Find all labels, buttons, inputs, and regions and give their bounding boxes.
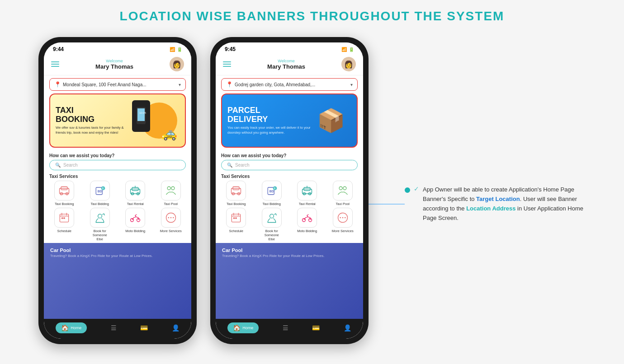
svg-point-52: [269, 214, 274, 218]
svg-point-45: [343, 187, 346, 190]
moto-bidding-label-2: Moto Bidding: [297, 229, 317, 233]
phone-1-status-bar: 9:44 📶 🔋: [44, 42, 191, 54]
phone-1-bottom-nav: 🏠 Home ☰ 💳 👤: [44, 319, 191, 339]
svg-rect-23: [64, 217, 66, 219]
taxi-rental-icon: [125, 181, 145, 201]
phone-1-assist-label: How can we assist you today?: [49, 153, 186, 158]
search-icon: 🔍: [55, 163, 61, 168]
carpool-desc-2: Traveling? Book a KingX Pro Ride for you…: [222, 254, 357, 258]
svg-text:$: $: [274, 187, 275, 190]
welcome-text: Welcome: [95, 59, 133, 63]
user-avatar[interactable]: 👩: [170, 57, 184, 71]
page-title: LOCATION WISE BANNERS THROUGHOUT THE SYS…: [120, 9, 505, 23]
service-taxi-pool[interactable]: Taxi Pool: [154, 181, 188, 206]
home-label: Home: [71, 326, 81, 330]
service-taxi-bidding[interactable]: BD $ Taxi Bidding: [83, 181, 117, 206]
phone-2-carpool: Car Pool Traveling? Book a KingX Pro Rid…: [216, 243, 363, 319]
location-text-2: Godrej garden city, Gota, Ahmedabad,...: [235, 82, 315, 87]
taxi-booking-icon: [54, 181, 74, 201]
phones-desc-container: 9:44 📶 🔋 Welcome Mary Thomas: [38, 37, 586, 344]
nav-list-2[interactable]: ☰: [283, 324, 288, 331]
nav-profile[interactable]: 👤: [172, 324, 180, 331]
parcel-banner-text: PARCELDELIVERY You can easily track your…: [227, 106, 311, 135]
search-text-2: Search: [235, 163, 250, 168]
phone-1-services-grid-2: Schedule Book for Someone Else: [44, 208, 191, 241]
phone-2-location-bar[interactable]: 📍 Godrej garden city, Gota, Ahmedabad,..…: [221, 78, 358, 91]
phone-1-services-label: Taxi Services: [49, 174, 186, 179]
taxi-bidding-label: Taxi Bidding: [91, 202, 109, 206]
phone-1-header: Welcome Mary Thomas 👩: [44, 54, 191, 75]
svg-point-56: [340, 217, 341, 219]
phone-1-services-grid-1: Taxi Booking BD $ Taxi: [44, 181, 191, 206]
location-left: 📍 Mondeal Square, 100 Feet Anand Naga...: [54, 81, 147, 88]
user-avatar-2[interactable]: 👩: [341, 57, 356, 71]
service-schedule[interactable]: Schedule: [47, 208, 81, 241]
phone-illus: 10:05: [132, 100, 150, 132]
service-taxi-pool-2[interactable]: Taxi Pool: [326, 181, 360, 206]
phone-1-location-bar[interactable]: 📍 Mondeal Square, 100 Feet Anand Naga...…: [49, 78, 186, 91]
phone-2-search-bar[interactable]: 🔍 Search: [221, 160, 358, 170]
service-book-someone[interactable]: Book for Someone Else: [83, 208, 117, 241]
svg-point-29: [170, 217, 171, 219]
chevron-down-icon: ▾: [179, 82, 181, 87]
hamburger-menu-2[interactable]: [223, 61, 231, 67]
svg-text:10:05: 10:05: [139, 112, 147, 114]
taxi-booking-label: Taxi Booking: [55, 202, 74, 206]
service-moto-bidding[interactable]: Moto Bidding: [118, 208, 152, 241]
parcel-banner-desc: You can easily track your order, we will…: [227, 126, 311, 135]
banner-desc: We offer suv & luxuries taxis for your f…: [56, 126, 130, 135]
phone-2-inner: 9:45 📶 🔋 Welcome Mary Thomas: [216, 42, 363, 339]
book-someone-label-2: Book for Someone Else: [262, 229, 282, 241]
nav-home[interactable]: 🏠 Home: [56, 322, 87, 333]
schedule-label-2: Schedule: [229, 229, 243, 233]
nav-profile-2[interactable]: 👤: [344, 324, 351, 331]
nav-home-2[interactable]: 🏠 Home: [227, 322, 259, 333]
service-book-someone-2[interactable]: Book for Someone Else: [255, 208, 289, 241]
taxi-rental-label: Taxi Rental: [127, 202, 144, 206]
service-taxi-rental[interactable]: Taxi Rental: [118, 181, 152, 206]
service-taxi-booking[interactable]: Taxi Booking: [47, 181, 81, 206]
service-taxi-bidding-2[interactable]: BD $ Taxi Bidding: [255, 181, 289, 206]
hamburger-menu[interactable]: [51, 61, 59, 67]
taxi-pool-icon-2: [333, 181, 353, 201]
phone-2-banner: PARCELDELIVERY You can easily track your…: [221, 93, 358, 148]
moto-bidding-icon-2: [297, 208, 317, 228]
service-taxi-rental-2[interactable]: Taxi Rental: [290, 181, 324, 206]
phone-1-icons: 📶 🔋: [170, 47, 182, 52]
phone-2-bottom-nav: 🏠 Home ☰ 💳 👤: [216, 319, 363, 339]
moto-bidding-icon: [125, 208, 145, 228]
taxi-bidding-label-2: Taxi Bidding: [263, 202, 281, 206]
nav-wallet-2[interactable]: 💳: [312, 324, 320, 331]
main-content: 9:44 📶 🔋 Welcome Mary Thomas: [9, 37, 615, 344]
nav-list[interactable]: ☰: [111, 324, 117, 331]
moto-bidding-label: Moto Bidding: [125, 229, 145, 233]
home-label-2: Home: [242, 326, 253, 330]
service-more[interactable]: More Services: [154, 208, 188, 241]
profile-icon: 👤: [172, 324, 180, 331]
book-someone-label: Book for Someone Else: [90, 229, 110, 241]
location-text: Mondeal Square, 100 Feet Anand Naga...: [63, 82, 147, 87]
check-icon: ✓: [414, 185, 419, 192]
schedule-label: Schedule: [57, 229, 71, 233]
taxi-pool-icon: [161, 181, 181, 201]
car-illus: 🚕: [161, 126, 177, 141]
nav-wallet[interactable]: 💳: [140, 324, 148, 331]
banner-image: 10:05 🚕: [130, 98, 180, 143]
service-more-2[interactable]: More Services: [326, 208, 360, 241]
service-taxi-booking-2[interactable]: Taxi Booking: [219, 181, 253, 206]
phone-2-services-grid-2: Schedule Book for Someone Else: [216, 208, 363, 241]
book-someone-icon: [90, 208, 110, 228]
service-schedule-2[interactable]: Schedule: [219, 208, 253, 241]
schedule-icon-2: [226, 208, 246, 228]
service-moto-bidding-2[interactable]: Moto Bidding: [290, 208, 324, 241]
taxi-booking-label-2: Taxi Booking: [227, 202, 246, 206]
battery-icon-2: 🔋: [349, 47, 354, 52]
phone-1-search-bar[interactable]: 🔍 Search: [49, 160, 186, 170]
list-icon-2: ☰: [283, 324, 288, 331]
svg-text:BD: BD: [269, 190, 274, 193]
phone-2-services-label: Taxi Services: [221, 174, 358, 179]
taxi-pool-label: Taxi Pool: [164, 202, 178, 206]
wifi-icon: 📶: [170, 47, 175, 52]
taxi-illustration: 10:05 🚕: [132, 100, 177, 141]
svg-point-58: [345, 217, 346, 219]
